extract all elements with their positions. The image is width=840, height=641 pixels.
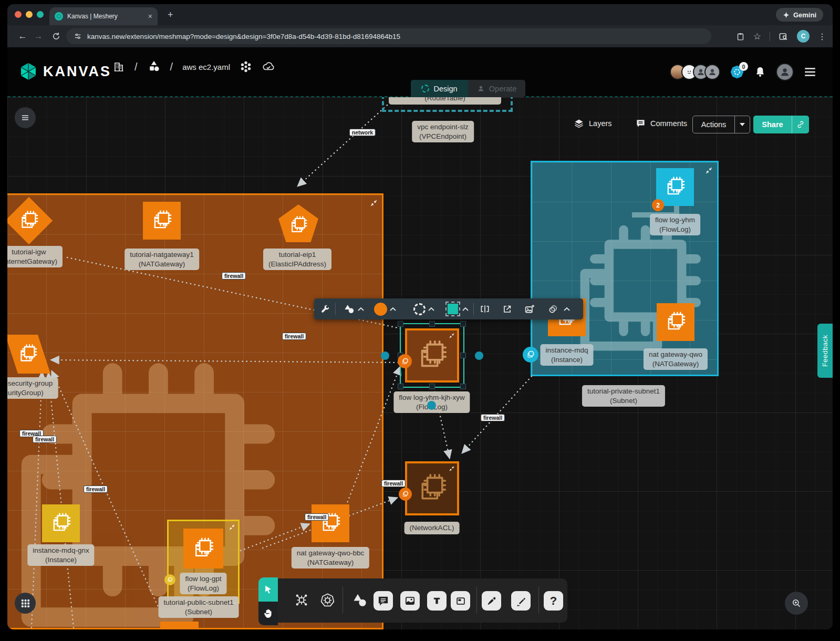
organization-icon[interactable] — [112, 60, 125, 73]
notifications-bell-icon[interactable] — [754, 66, 766, 78]
note-dock-tool[interactable] — [451, 591, 470, 611]
window-zoom-button[interactable] — [37, 11, 44, 18]
node-instance-gnx[interactable] — [42, 504, 80, 542]
connection-dot-bottom[interactable] — [427, 401, 436, 410]
shapes-dock-tool[interactable] — [350, 590, 369, 610]
mesh-sync-icon[interactable] — [240, 60, 252, 73]
window-close-button[interactable] — [15, 11, 22, 18]
open-external-tool-icon[interactable] — [499, 298, 515, 319]
node-label-nat-gateway-1[interactable]: tutorial-natgateway1(NATGateway) — [125, 249, 199, 270]
node-label-elastic-ip[interactable]: tutorial-eip1(ElasticIPAddress) — [263, 249, 331, 270]
design-canvas[interactable]: (RouteTable) vpc endpoint-slz(VPCEndpoin… — [7, 97, 833, 629]
browser-profile-avatar[interactable]: C — [797, 30, 810, 43]
kubernetes-tool[interactable] — [318, 591, 336, 609]
layers-button[interactable]: Layers — [574, 118, 612, 129]
badge-flow-log-yhm-count[interactable]: 2 — [652, 199, 664, 211]
shape-fill-tool[interactable] — [445, 298, 460, 319]
collaborator-avatars[interactable] — [674, 64, 720, 80]
shape-fill-expand-icon[interactable] — [461, 298, 470, 319]
add-image-tool-icon[interactable] — [522, 298, 537, 319]
tune-icon[interactable] — [74, 32, 82, 40]
border-style-tool[interactable] — [412, 298, 427, 319]
node-label-security-group[interactable]: tutorial-security-group(SecurityGroup) — [7, 377, 58, 399]
canvas-menu-button[interactable] — [15, 107, 36, 128]
workspace-shapes-icon[interactable] — [147, 60, 161, 74]
connection-dot-left[interactable] — [381, 351, 389, 360]
new-tab-button[interactable]: + — [168, 9, 173, 20]
node-label-instance-mdq[interactable]: instance-mdq(Instance) — [540, 344, 593, 366]
design-file-name[interactable]: aws ec2.yaml — [182, 63, 230, 71]
browser-tab[interactable]: Kanvas | Meshery × — [49, 7, 158, 25]
resize-handle[interactable] — [429, 321, 435, 327]
node-label-internet-gateway[interactable]: tutorial-igw(InternetGateway) — [7, 246, 63, 267]
reload-button[interactable] — [51, 32, 61, 41]
save-icon[interactable] — [736, 32, 745, 41]
node-nat-gateway-bbc[interactable] — [312, 504, 349, 542]
back-button[interactable]: ← — [15, 31, 30, 42]
border-style-expand-icon[interactable] — [427, 298, 436, 319]
fill-color-expand-icon[interactable] — [388, 298, 398, 319]
gemini-button[interactable]: Gemini — [776, 8, 823, 22]
node-nat-gateway-1[interactable] — [143, 202, 181, 240]
cloud-sync-icon[interactable] — [262, 60, 275, 74]
image-dock-tool[interactable] — [400, 591, 420, 611]
node-label-nat-gateway-bbc[interactable]: nat gateway-qwo-bbc(NATGateway) — [292, 547, 369, 568]
shapes-expand-icon[interactable] — [356, 298, 366, 319]
clone-expand-icon[interactable] — [562, 298, 572, 319]
kanvas-brand[interactable]: KANVAS — [19, 62, 111, 81]
resize-handle[interactable] — [460, 384, 466, 389]
node-network-acl[interactable] — [405, 461, 459, 515]
resize-handle[interactable] — [398, 384, 403, 389]
window-minimize-button[interactable] — [26, 11, 33, 18]
pen-dock-tool[interactable] — [482, 591, 501, 611]
resize-handle[interactable] — [429, 384, 435, 389]
collapse-icon[interactable] — [450, 334, 454, 338]
connection-dot-right[interactable] — [475, 351, 483, 360]
badge-flow-log-kjh[interactable] — [398, 354, 412, 368]
node-label-routetable[interactable]: (RouteTable) — [389, 97, 501, 105]
address-bar[interactable]: kanvas.new/extension/meshmap?mode=design… — [66, 28, 711, 44]
node-clipped-bottom[interactable] — [160, 622, 199, 629]
node-label-instance-gnx[interactable]: instance-mdq-gnx(Instance) — [27, 544, 94, 566]
resize-handle[interactable] — [398, 321, 403, 327]
tab-close-icon[interactable]: × — [148, 13, 152, 20]
node-label-network-acl[interactable]: (NetworkACL) — [405, 522, 460, 534]
shapes-tool-icon[interactable] — [341, 298, 356, 319]
configure-tool-icon[interactable] — [317, 298, 333, 319]
comment-dock-tool[interactable] — [374, 591, 393, 611]
browser-menu-icon[interactable]: ⋮ — [818, 32, 826, 42]
share-link-icon[interactable] — [792, 116, 809, 133]
node-flow-log-gpt[interactable] — [183, 529, 223, 568]
clone-tool-icon[interactable] — [545, 298, 561, 319]
comments-button[interactable]: Comments — [636, 118, 687, 128]
collapse-icon[interactable] — [371, 200, 377, 206]
node-label-flow-log-gpt[interactable]: flow log-gpt(FlowLog) — [180, 573, 226, 594]
node-label-flow-log-yhm[interactable]: flow log-yhm(FlowLog) — [650, 214, 700, 235]
resize-width-tool-icon[interactable] — [477, 298, 493, 319]
text-dock-tool[interactable] — [427, 591, 447, 611]
collapse-icon[interactable] — [450, 467, 454, 471]
share-button[interactable]: Share — [753, 116, 809, 133]
pan-tool[interactable] — [258, 602, 278, 625]
meshmap-components-tool[interactable] — [293, 591, 310, 609]
node-label-public-subnet[interactable]: tutorial-public-subnet1(Subnet) — [159, 596, 239, 618]
zoom-button[interactable] — [785, 592, 808, 615]
app-menu-icon[interactable] — [803, 65, 817, 79]
tab-design[interactable]: Design — [411, 80, 468, 97]
node-label-nat-gateway-qwo[interactable]: nat gateway-qwo(NATGateway) — [644, 348, 708, 370]
select-tool[interactable] — [258, 577, 278, 602]
pencil-dock-tool[interactable] — [511, 591, 531, 611]
resize-handle[interactable] — [460, 353, 466, 358]
node-flow-log-kjh[interactable] — [405, 328, 459, 382]
help-dock-tool[interactable]: ? — [544, 591, 563, 611]
node-label-vpc-endpoint[interactable]: vpc endpoint-slz(VPCEndpoint) — [412, 121, 474, 142]
collaborator-avatar-generic-2[interactable] — [704, 64, 720, 80]
feedback-tab[interactable]: Feedback — [817, 324, 833, 378]
environment-badge[interactable]: 0 — [730, 65, 744, 79]
actions-button[interactable]: Actions — [692, 116, 750, 133]
forward-button[interactable]: → — [30, 31, 46, 42]
user-profile-avatar[interactable] — [776, 63, 794, 81]
resize-handle[interactable] — [460, 321, 466, 327]
badge-flow-log-gpt[interactable] — [164, 574, 175, 585]
tab-operate[interactable]: Operate — [468, 80, 525, 97]
